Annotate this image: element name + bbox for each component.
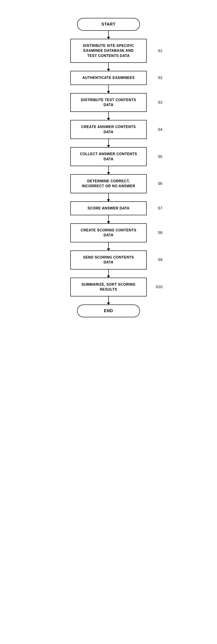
box-s4: CREATE ANSWER CONTENTS DATA xyxy=(70,120,147,139)
step-s4: CREATE ANSWER CONTENTS DATA S4 xyxy=(41,120,176,147)
label-s5: S5 xyxy=(158,154,162,159)
label-s9: S9 xyxy=(158,258,162,262)
box-s1: DISTRIBUTE SITE-SPECIFIC EXAMINEE DATABA… xyxy=(70,39,147,63)
label-s8: S8 xyxy=(158,230,162,235)
arrow-5 xyxy=(108,166,109,174)
end-node: END xyxy=(77,304,140,317)
label-s2: S2 xyxy=(158,76,162,80)
box-s8: CREATE SCORING CONTENTS DATA xyxy=(70,223,147,242)
label-s4: S4 xyxy=(158,127,162,132)
box-s5: COLLECT ANSWER CONTENTS DATA xyxy=(70,147,147,166)
label-s3: S3 xyxy=(158,100,162,105)
arrow-3 xyxy=(108,112,109,120)
step-start: START xyxy=(41,18,176,39)
box-s9: SEND SCORING CONTENTS DATA xyxy=(70,250,147,270)
step-s1: DISTRIBUTE SITE-SPECIFIC EXAMINEE DATABA… xyxy=(41,39,176,71)
step-s2: AUTHENTICATE EXAMINEES S2 xyxy=(41,71,176,93)
arrow-7 xyxy=(108,215,109,223)
step-s9: SEND SCORING CONTENTS DATA S9 xyxy=(41,250,176,278)
arrow-0 xyxy=(108,31,109,39)
step-s10: SUMMARIZE, SORT SCORING RESULTS S10 xyxy=(41,278,176,305)
step-s7: SCORE ANSWER DATA S7 xyxy=(41,201,176,223)
box-s7: SCORE ANSWER DATA xyxy=(70,201,147,215)
step-s3: DISTRIBUTE TEST CONTENTS DATA S3 xyxy=(41,93,176,120)
box-s3: DISTRIBUTE TEST CONTENTS DATA xyxy=(70,93,147,112)
flowchart: START DISTRIBUTE SITE-SPECIFIC EXAMINEE … xyxy=(41,18,176,317)
box-s6: DETERMINE CORRECT, INCORRECT OR NO ANSWE… xyxy=(70,174,147,193)
step-s6: DETERMINE CORRECT, INCORRECT OR NO ANSWE… xyxy=(41,174,176,201)
arrow-8 xyxy=(108,242,109,250)
box-s2: AUTHENTICATE EXAMINEES xyxy=(70,71,147,85)
arrow-2 xyxy=(108,85,109,93)
label-s6: S6 xyxy=(158,182,162,186)
step-s5: COLLECT ANSWER CONTENTS DATA S5 xyxy=(41,147,176,174)
arrow-1 xyxy=(108,63,109,71)
box-s10: SUMMARIZE, SORT SCORING RESULTS xyxy=(70,278,147,297)
label-s10: S10 xyxy=(156,285,162,289)
arrow-6 xyxy=(108,193,109,201)
label-s1: S1 xyxy=(158,49,162,53)
arrow-10 xyxy=(108,296,109,304)
arrow-4 xyxy=(108,139,109,147)
start-node: START xyxy=(77,18,140,31)
arrow-9 xyxy=(108,270,109,278)
step-s8: CREATE SCORING CONTENTS DATA S8 xyxy=(41,223,176,250)
label-s7: S7 xyxy=(158,206,162,210)
flowchart-container: START DISTRIBUTE SITE-SPECIFIC EXAMINEE … xyxy=(0,9,217,326)
step-end: END xyxy=(41,304,176,317)
